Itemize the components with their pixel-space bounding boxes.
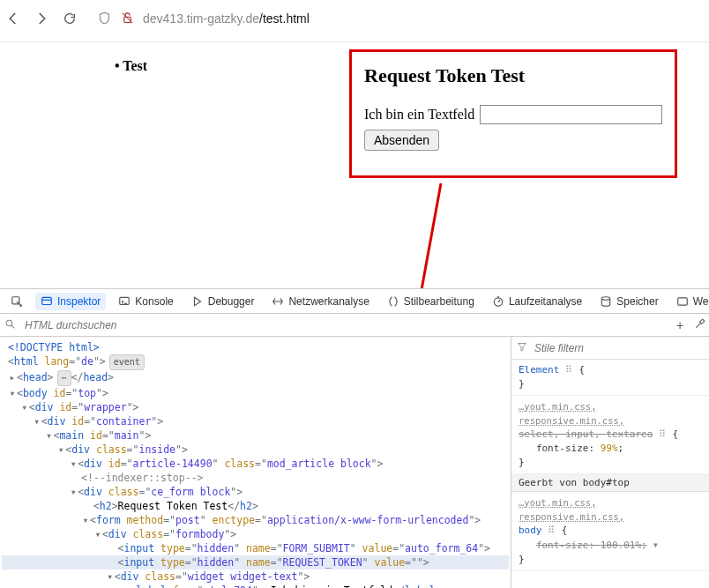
tab-network[interactable]: Netzwerkanalyse	[266, 293, 374, 310]
tab-style-label: Stilbearbeitung	[404, 295, 474, 308]
page-viewport: Test Request Token Test Ich bin ein Text…	[0, 42, 709, 289]
filter-icon	[517, 341, 527, 354]
rule-input[interactable]: …yout.min.css, responsive.min.css, selec…	[511, 396, 709, 474]
rule-prop-2: font-size	[536, 540, 589, 551]
url-host: dev413.tim-gatzky.de	[143, 11, 259, 26]
tab-perf[interactable]: Laufzeitanalyse	[487, 293, 587, 310]
svg-line-12	[11, 325, 14, 328]
forward-button[interactable]	[34, 11, 49, 26]
search-icon	[0, 318, 19, 332]
address-bar[interactable]: dev413.tim-gatzky.de/test.html	[90, 5, 702, 32]
svg-rect-5	[42, 297, 52, 304]
text-input[interactable]	[480, 105, 662, 124]
form-heading: Request Token Test	[364, 64, 662, 87]
dom-tree[interactable]: <!DOCTYPE html> <html lang="de">event ▸<…	[0, 337, 511, 588]
url-path: /test.html	[259, 11, 310, 26]
tab-inspector[interactable]: Inspektor	[35, 293, 106, 310]
dom-search-input[interactable]	[19, 316, 670, 335]
tab-console[interactable]: Konsole	[113, 293, 178, 310]
devtools-panel: Inspektor Konsole Debugger Netzwerkanaly…	[0, 288, 709, 588]
reload-button[interactable]	[62, 11, 78, 26]
tab-memory-label: Speicher	[616, 295, 658, 308]
tab-debugger-label: Debugger	[208, 295, 255, 308]
tab-memory[interactable]: Speicher	[594, 293, 663, 310]
submit-button[interactable]: Absenden	[364, 130, 439, 151]
tab-overflow-label: We	[693, 295, 709, 308]
url-text: dev413.tim-gatzky.de/test.html	[143, 11, 310, 26]
rule-val-2: 100.01%	[601, 540, 641, 551]
browser-toolbar: dev413.tim-gatzky.de/test.html	[0, 0, 709, 42]
tab-network-label: Netzwerkanalyse	[288, 295, 369, 308]
rule-source-1: …yout.min.css, responsive.min.css,	[519, 399, 702, 428]
tab-style[interactable]: Stilbearbeitung	[382, 293, 480, 310]
tab-perf-label: Laufzeitanalyse	[509, 295, 582, 308]
add-icon[interactable]: +	[670, 318, 690, 332]
insecure-lock-icon	[120, 11, 134, 26]
rule-source-2: …yout.min.css, responsive.min.css,	[519, 495, 702, 524]
shield-icon	[97, 11, 111, 26]
svg-point-9	[602, 296, 610, 300]
tab-overflow[interactable]: We	[671, 293, 709, 310]
field-label: Ich bin ein Textfeld	[364, 107, 474, 123]
eyedropper-icon[interactable]	[690, 318, 709, 332]
funnel-icon[interactable]: ▾	[653, 539, 659, 551]
svg-point-11	[6, 320, 12, 326]
rule-selector-1: select, input, textarea	[519, 428, 653, 440]
tab-console-label: Konsole	[135, 295, 173, 308]
devtools-tabbar: Inspektor Konsole Debugger Netzwerkanaly…	[0, 289, 709, 314]
dom-search-toolbar: +	[0, 314, 709, 337]
picker-tool[interactable]	[5, 293, 28, 310]
back-button[interactable]	[5, 11, 21, 26]
rule-element[interactable]: Element ⠿ { }	[511, 360, 709, 396]
inherited-header: Geerbt von body#top	[511, 474, 709, 492]
selected-dom-node[interactable]: <input type="hidden" name="REQUEST_TOKEN…	[2, 555, 509, 569]
tab-debugger[interactable]: Debugger	[186, 293, 260, 310]
tab-inspector-label: Inspektor	[57, 295, 101, 308]
rule-selector: Element	[519, 364, 559, 376]
rule-selector-2: body	[519, 525, 542, 536]
styles-filter-input[interactable]	[533, 341, 704, 355]
styles-pane: Element ⠿ { } …yout.min.css, responsive.…	[511, 337, 709, 588]
annotated-form-box: Request Token Test Ich bin ein Textfeld …	[349, 49, 677, 178]
rule-prop-1: font-size	[536, 443, 589, 454]
rule-body[interactable]: …yout.min.css, responsive.min.css, body …	[511, 492, 709, 571]
svg-rect-10	[677, 297, 687, 304]
rule-val-1: 99%	[601, 443, 618, 454]
styles-filter-row	[511, 337, 709, 360]
